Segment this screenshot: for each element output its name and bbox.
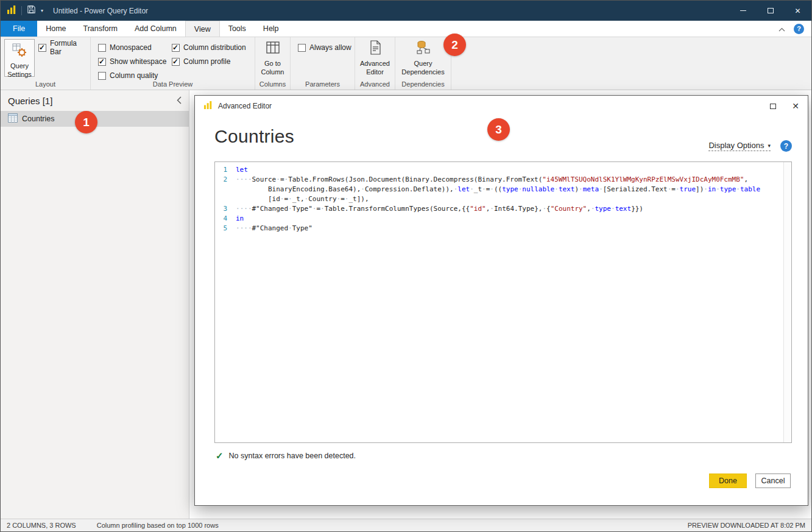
ribbon-group-columns: Go to Column Columns [255,37,291,90]
checkbox-column-quality[interactable]: Column quality [98,71,166,80]
queries-pane-title: Queries [1] [8,96,52,106]
query-settings-label: Query Settings [5,62,34,79]
group-label-data-preview: Data Preview [91,80,255,88]
save-dropdown-caret-icon[interactable]: ▾ [41,8,43,13]
dialog-title-bar: Advanced Editor ✕ [195,96,808,116]
checkbox-monospaced[interactable]: Monospaced [98,43,166,52]
column-profile-checkbox-box [172,58,180,66]
close-button[interactable]: ✕ [784,1,811,21]
query-dependencies-button[interactable]: Query Dependencies [395,37,451,76]
minimize-button[interactable] [729,1,757,21]
column-distribution-checkbox-label: Column distribution [183,43,246,52]
always-allow-checkbox-box [298,44,306,52]
done-button[interactable]: Done [709,473,747,488]
annotation-badge-3: 3 [487,118,510,141]
dialog-help-icon[interactable]: ? [780,140,792,152]
save-button[interactable] [27,5,36,16]
code-row: 4in [215,214,791,224]
column-quality-checkbox-label: Column quality [110,71,158,80]
tab-file[interactable]: File [1,21,37,37]
chevron-down-icon: ▾ [768,143,771,149]
advanced-editor-dialog: Advanced Editor ✕ Countries Display Opti… [194,95,808,506]
column-distribution-checkbox-box [172,44,180,52]
ribbon-group-data-preview: Monospaced Show whitespace Column qualit… [91,37,255,90]
status-preview-downloaded: PREVIEW DOWNLOADED AT 8:02 PM [688,522,805,529]
annotation-badge-1: 1 [75,111,97,133]
show-whitespace-checkbox-label: Show whitespace [110,57,166,66]
syntax-status-row: ✓ No syntax errors have been detected. [216,450,356,461]
query-settings-button[interactable]: Query Settings [4,39,35,77]
tab-transform[interactable]: Transform [75,21,127,37]
checkbox-column-profile[interactable]: Column profile [172,57,246,66]
group-label-columns: Columns [255,80,290,88]
query-item-label: Countries [22,115,55,123]
display-options-dropdown[interactable]: Display Options ▾ [708,141,771,151]
monospaced-checkbox-box [98,44,106,52]
group-label-advanced: Advanced [355,80,395,88]
checkbox-formula-bar[interactable]: Formula Bar [38,43,90,52]
formula-bar-checkbox-box [38,44,46,52]
cancel-button[interactable]: Cancel [755,473,791,488]
titlebar-divider [21,6,22,15]
ribbon-empty-space [451,37,811,90]
code-row: 5····#"Changed·Type" [215,224,791,233]
display-options-label: Display Options [708,141,764,150]
checkbox-always-allow[interactable]: Always allow [298,43,351,52]
title-bar: ▾ Untitled - Power Query Editor ✕ [1,1,811,21]
advanced-editor-button[interactable]: Advanced Editor [355,37,395,76]
ribbon-group-parameters: Always allow Parameters [291,37,355,90]
checkbox-show-whitespace[interactable]: Show whitespace [98,57,166,66]
checkbox-column-distribution[interactable]: Column distribution [172,43,246,52]
query-dependencies-icon [415,40,431,58]
group-label-layout: Layout [1,80,90,88]
queries-pane: Queries [1] Countries [1,90,189,519]
tab-add-column[interactable]: Add Column [126,21,185,37]
code-editor[interactable]: 1let2····Source·=·Table.FromRows(Json.Do… [214,161,792,443]
go-to-column-button[interactable]: Go to Column [255,37,290,76]
tab-home[interactable]: Home [37,21,74,37]
tab-help[interactable]: Help [255,21,288,37]
query-dependencies-label: Query Dependencies [395,60,451,77]
code-row: [id·=·_t,·Country·=·_t]), [215,194,791,204]
vertical-scrollbar[interactable] [783,162,791,442]
code-row: 2····Source·=·Table.FromRows(Json.Docume… [215,175,791,185]
query-settings-icon [12,42,27,60]
annotation-badge-2: 2 [443,34,466,56]
table-icon [8,113,18,124]
window-title: Untitled - Power Query Editor [53,7,148,15]
code-row: 3····#"Changed·Type"·=·Table.TransformCo… [215,204,791,214]
monospaced-checkbox-label: Monospaced [110,43,152,52]
status-bar: 2 COLUMNS, 3 ROWS Column profiling based… [1,519,811,531]
dialog-title: Advanced Editor [218,102,272,110]
dialog-close-button[interactable]: ✕ [792,101,799,111]
status-columns-rows: 2 COLUMNS, 3 ROWS [7,522,76,529]
code-row: BinaryEncoding.Base64),·Compression.Defl… [215,185,791,194]
group-label-parameters: Parameters [291,80,355,88]
dialog-query-name: Countries [214,126,294,147]
ribbon-group-advanced: Advanced Editor Advanced [355,37,395,90]
ribbon-tab-row: File Home Transform Add Column View Tool… [1,21,811,37]
dialog-maximize-button[interactable] [770,104,776,109]
collapse-pane-chevron-icon[interactable] [177,96,182,106]
column-quality-checkbox-box [98,72,106,80]
go-to-column-icon [265,40,281,58]
ribbon: Query Settings Formula Bar Layout Monosp… [1,37,811,90]
check-icon: ✓ [216,450,224,461]
collapse-ribbon-chevron-icon[interactable] [778,23,785,34]
formula-bar-checkbox-label: Formula Bar [50,39,90,56]
status-profiling-note: Column profiling based on top 1000 rows [97,522,219,529]
advanced-editor-label: Advanced Editor [355,60,395,77]
advanced-editor-icon [367,40,383,58]
tab-view[interactable]: View [185,21,220,37]
code-row: 1let [215,165,791,175]
tab-tools[interactable]: Tools [220,21,255,37]
ribbon-group-layout: Query Settings Formula Bar Layout [1,37,91,90]
syntax-status-text: No syntax errors have been detected. [229,452,356,460]
code-lines: 1let2····Source·=·Table.FromRows(Json.Do… [215,162,791,233]
maximize-button[interactable] [757,1,784,21]
ribbon-help-icon[interactable]: ? [794,24,804,34]
go-to-column-label: Go to Column [255,60,290,77]
power-query-editor-window: ▾ Untitled - Power Query Editor ✕ File H… [0,0,812,532]
always-allow-checkbox-label: Always allow [309,43,351,52]
power-bi-logo-icon [7,5,16,17]
